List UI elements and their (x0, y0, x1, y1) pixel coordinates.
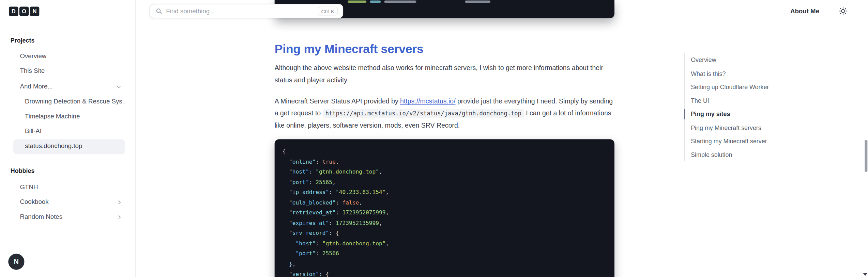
code-token: false (342, 199, 359, 206)
search-input[interactable]: Find something... Ctrl K (150, 4, 344, 18)
code-token (282, 240, 295, 246)
code-block-content: { "online": true, "host": "gtnh.donchong… (282, 146, 607, 277)
code-token: : (309, 168, 316, 175)
search-icon (155, 8, 162, 14)
outline-item-overview[interactable]: Overview (691, 53, 801, 67)
sidebar-item-label: This Site (20, 68, 45, 75)
main-area: Find something... Ctrl K About Me Ping m… (136, 0, 868, 277)
code-token: : (329, 230, 336, 236)
code-token: }, (282, 261, 295, 267)
sidebar-item-label: Cookbook (20, 198, 48, 205)
code-token (282, 210, 289, 216)
code-token: { (336, 230, 339, 236)
code-token: 25566 (322, 250, 339, 257)
code-token: "online" (289, 158, 316, 164)
inline-code: https://api.mcstatus.io/v2/status/java/g… (323, 109, 524, 118)
code-token: : (329, 189, 336, 195)
theme-toggle-sun-icon[interactable] (839, 6, 848, 15)
sidebar-item-label: Overview (20, 53, 46, 60)
code-token (282, 220, 289, 226)
code-token: "gtnh.donchong.top" (322, 240, 386, 246)
code-token: "eula_blocked" (289, 199, 336, 206)
code-token: , (332, 179, 336, 185)
sidebar-item-bill-ai[interactable]: Bill-AI (0, 124, 135, 139)
page-title: Ping my Minecraft servers (275, 42, 614, 56)
code-token: , (379, 168, 382, 175)
sidebar-item-label: status.donchong.top (25, 143, 82, 150)
outline-item-setting-up-cloudflare-worker[interactable]: Setting up Cloudflare Worker (691, 80, 801, 94)
sidebar-item-label: Drowning Detection & Rescue Sys... (25, 98, 124, 104)
code-fragment (465, 1, 490, 3)
code-token: "retrieved_at" (289, 210, 336, 216)
sidebar-item-status-donchong-top[interactable]: status.donchong.top (13, 140, 125, 154)
sidebar-item-this-site[interactable]: This Site (0, 64, 135, 79)
code-line: "eula_blocked": false, (282, 198, 607, 208)
code-token: , (386, 210, 389, 216)
sidebar-item-label: And More... (20, 83, 53, 89)
code-token: , (359, 199, 362, 206)
code-token: "expires_at" (289, 220, 329, 226)
code-token: "40.233.83.154" (336, 189, 386, 195)
search-shortcut-badge: Ctrl K (318, 6, 338, 15)
sidebar-item-overview[interactable]: Overview (0, 49, 135, 64)
code-token: "port" (289, 179, 309, 185)
site-logo[interactable]: D O N (0, 0, 135, 16)
code-token: : (316, 240, 322, 246)
code-line: }, (282, 259, 607, 269)
scrollbar-down-arrow-icon[interactable] (863, 273, 867, 276)
sidebar-sections: ProjectsOverviewThis SiteAnd More...Drow… (0, 37, 135, 225)
user-avatar[interactable]: N (8, 254, 24, 270)
sidebar-item-cookbook[interactable]: Cookbook (0, 195, 135, 210)
code-token (282, 158, 289, 164)
code-fragment (348, 1, 366, 3)
chevron-right-icon (117, 200, 121, 204)
code-line: "ip_address": "40.233.83.154", (282, 188, 607, 198)
code-token: , (386, 189, 389, 195)
code-line: "port": 25565, (282, 177, 607, 188)
code-line: "host": "gtnh.donchong.top", (282, 239, 607, 249)
code-token: { (282, 148, 286, 154)
code-line: "expires_at": 1723952135999, (282, 218, 607, 228)
code-token: : (316, 250, 322, 257)
code-token: "srv_record" (289, 230, 329, 236)
sidebar-section-hobbies: HobbiesGTNHCookbookRandom Notes (0, 168, 135, 225)
code-token: : (316, 158, 322, 164)
outline-item-what-is-this[interactable]: What is this? (691, 67, 801, 80)
code-fragment (384, 1, 416, 3)
outline-item-ping-my-minecraft-servers[interactable]: Ping my Minecraft servers (691, 121, 801, 134)
code-token: "port" (296, 250, 316, 257)
code-token: "host" (289, 168, 309, 175)
outline-item-ping-my-sites[interactable]: Ping my sites (691, 107, 801, 121)
code-token: "host" (296, 240, 316, 246)
json-code-block: { "online": true, "host": "gtnh.donchong… (275, 139, 614, 277)
article: Ping my Minecraft servers Although the a… (275, 0, 614, 277)
paragraph: Although the above website method also w… (275, 62, 614, 86)
outline-item-starting-my-minecraft-server[interactable]: Starting my Minecraft server (691, 134, 801, 148)
mcstatus-link[interactable]: https://mcstatus.io/ (400, 97, 456, 105)
code-fragment (370, 1, 381, 3)
chevron-down-icon (117, 84, 121, 88)
sidebar-item-label: Timelapse Machine (25, 113, 80, 119)
code-token: : (319, 271, 326, 277)
scrollbar-thumb[interactable] (865, 140, 867, 172)
sidebar-item-random-notes[interactable]: Random Notes (0, 210, 135, 225)
code-token: "gtnh.donchong.top" (316, 168, 379, 175)
outline-item-simple-solution[interactable]: Simple solution (691, 148, 801, 162)
code-token: 1723952135999 (336, 220, 379, 226)
text-run: A Minecraft Server Status API provided b… (275, 97, 400, 105)
code-token: : (336, 210, 342, 216)
about-me-link[interactable]: About Me (790, 8, 819, 14)
outline-item-the-ui[interactable]: The UI (691, 94, 801, 107)
sidebar-item-and-more[interactable]: And More... (0, 79, 135, 94)
sidebar-item-gtnh[interactable]: GTNH (0, 180, 135, 195)
sidebar-item-timelapse-machine[interactable]: Timelapse Machine (0, 109, 135, 124)
chevron-right-icon (117, 215, 121, 219)
code-token: true (322, 158, 336, 164)
sidebar: D O N ProjectsOverviewThis SiteAnd More.… (0, 0, 136, 277)
code-token (282, 179, 289, 185)
sidebar-item-drowning-detection-rescue-sys[interactable]: Drowning Detection & Rescue Sys... (0, 94, 135, 109)
logo-letter: N (30, 6, 40, 16)
code-token: , (336, 158, 339, 164)
code-token: : (309, 179, 316, 185)
code-token: , (386, 240, 389, 246)
